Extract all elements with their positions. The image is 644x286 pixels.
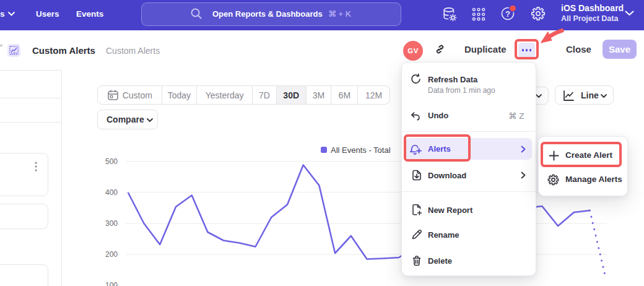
svg-text:100: 100	[105, 281, 118, 286]
svg-text:200: 200	[105, 250, 118, 259]
svg-text:?: ?	[505, 9, 510, 19]
svg-text:400: 400	[105, 188, 118, 197]
svg-text:500: 500	[105, 157, 118, 166]
svg-text:All Events - Total: All Events - Total	[331, 145, 391, 155]
svg-text:300: 300	[105, 219, 118, 228]
